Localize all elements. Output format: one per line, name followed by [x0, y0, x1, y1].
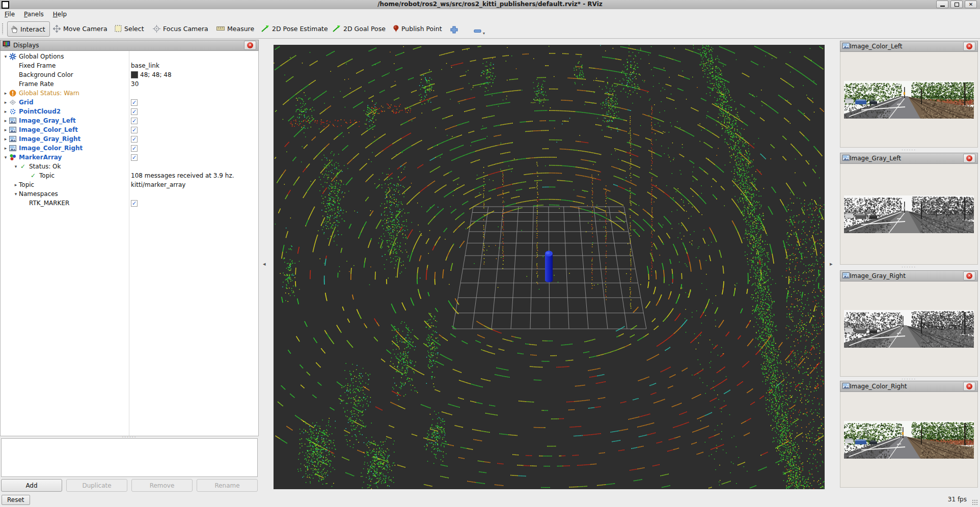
tree-row-background-color[interactable]: Background Color48; 48; 48: [1, 70, 258, 79]
enabled-checkbox[interactable]: ✓: [131, 145, 138, 152]
tree-row-image-gray-left[interactable]: ▸Image_Gray_Left✓: [1, 116, 258, 125]
tool-select[interactable]: Select: [115, 23, 144, 34]
move-icon: [53, 25, 61, 33]
panel-header-image-gray-right[interactable]: Image_Gray_Right✕: [840, 270, 978, 281]
tool-measure[interactable]: Measure: [216, 23, 254, 34]
tree-row-image-gray-right[interactable]: ▸Image_Gray_Right✓: [1, 134, 258, 144]
expander-down-icon[interactable]: ▾: [13, 164, 19, 169]
enabled-checkbox[interactable]: ✓: [131, 127, 138, 133]
expander-down-icon[interactable]: ▾: [13, 191, 19, 196]
panel-resize-handle[interactable]: ······: [840, 265, 978, 269]
add-button[interactable]: Add: [1, 479, 62, 492]
panel-resize-handle[interactable]: ······: [840, 148, 978, 152]
property-value[interactable]: 108 messages received at 3.9 hz.: [131, 172, 234, 179]
tree-row-label: Global Status: Warn: [19, 90, 79, 97]
enabled-checkbox[interactable]: ✓: [131, 118, 138, 124]
toolbar-grip[interactable]: [2, 23, 4, 34]
panel-body-image-color-right: [840, 392, 978, 488]
close-icon: ✕: [966, 155, 972, 161]
menu-item-help[interactable]: Help: [48, 10, 71, 18]
tree-row-label: PointCloud2: [19, 108, 61, 115]
tree-row-pointcloud2[interactable]: ▸PointCloud2✓: [1, 107, 258, 116]
tree-row-label: Image_Color_Right: [19, 145, 83, 152]
maximize-button[interactable]: [950, 1, 963, 8]
tree-row-global-options[interactable]: ▾Global Options: [1, 52, 258, 61]
pointcloud-icon: [9, 108, 17, 115]
menu-item-file[interactable]: File: [0, 10, 19, 18]
close-panel-button[interactable]: ✕: [963, 154, 975, 163]
close-window-button[interactable]: ✕: [965, 1, 977, 8]
enabled-checkbox[interactable]: ✓: [131, 154, 138, 161]
tree-row-image-color-left[interactable]: ▸Image_Color_Left✓: [1, 125, 258, 134]
panel-header-image-gray-left[interactable]: Image_Gray_Left✕: [840, 153, 978, 164]
enabled-checkbox[interactable]: ✓: [131, 108, 138, 115]
displays-panel-header[interactable]: Displays ✕: [0, 40, 259, 51]
property-value[interactable]: 48; 48; 48: [140, 71, 172, 78]
property-value[interactable]: kitti/marker_array: [131, 181, 185, 188]
expander-right-icon[interactable]: ▸: [3, 136, 9, 142]
tree-row-label-cell: ▾✓Status: Ok: [1, 163, 141, 170]
tree-row-topic[interactable]: ▸Topickitti/marker_array: [1, 180, 258, 189]
add-tool-button[interactable]: [450, 24, 458, 35]
property-value[interactable]: 30: [131, 80, 139, 88]
panel-title: Image_Gray_Right: [850, 272, 906, 279]
property-value[interactable]: base_link: [131, 62, 159, 69]
tree-row-markerarray[interactable]: ▾MarkerArray✓: [1, 153, 258, 162]
tree-row-value-cell: 30: [131, 80, 139, 88]
enabled-checkbox[interactable]: ✓: [131, 200, 138, 207]
close-panel-button[interactable]: ✕: [963, 382, 975, 391]
minimize-button[interactable]: [936, 1, 948, 8]
tree-row-frame-rate[interactable]: Frame Rate30: [1, 79, 258, 89]
tool-2d-goal-pose[interactable]: 2D Goal Pose: [333, 23, 386, 34]
tool-focus-camera[interactable]: Focus Camera: [153, 23, 208, 34]
expander-right-icon[interactable]: ▸: [3, 127, 9, 132]
tree-row-global-status-warn[interactable]: ▸Global Status: Warn: [1, 89, 258, 98]
expander-down-icon[interactable]: ▾: [3, 155, 9, 160]
close-panel-button[interactable]: ✕: [963, 42, 975, 51]
tree-row-label-cell: ▾Namespaces: [1, 190, 141, 198]
tree-row-image-color-right[interactable]: ▸Image_Color_Right✓: [1, 144, 258, 153]
collapse-right-panel-arrow[interactable]: ▸: [830, 261, 833, 267]
menu-item-panels[interactable]: Panels: [19, 10, 48, 18]
expander-right-icon[interactable]: ▸: [13, 182, 19, 187]
tree-row-topic[interactable]: ✓Topic108 messages received at 3.9 hz.: [1, 171, 258, 180]
tree-row-rtk-marker[interactable]: RTK_MARKER✓: [1, 199, 258, 208]
tool-2d-pose-estimate[interactable]: 2D Pose Estimate: [261, 23, 328, 34]
window-resize-grip[interactable]: [972, 499, 978, 505]
panel-resize-handle[interactable]: ······: [840, 377, 978, 381]
tool-interact[interactable]: Interact: [7, 21, 50, 37]
expander-right-icon[interactable]: ▸: [3, 91, 9, 96]
tree-row-status-ok[interactable]: ▾✓Status: Ok: [1, 162, 258, 171]
panel-title: Image_Gray_Left: [850, 155, 901, 162]
displays-panel: Displays ✕ ▾Global OptionsFixed Framebas…: [0, 40, 259, 492]
close-panel-button[interactable]: ✕: [963, 271, 975, 280]
enabled-checkbox[interactable]: ✓: [131, 136, 138, 143]
panel-header-image-color-left[interactable]: Image_Color_Left✕: [840, 41, 978, 52]
display-buttons-row: AddDuplicateRemoveRename: [1, 479, 258, 492]
image-icon: [842, 43, 850, 50]
color-swatch[interactable]: [131, 71, 138, 78]
enabled-checkbox[interactable]: ✓: [131, 99, 138, 106]
remove-tool-button[interactable]: [474, 26, 481, 36]
grid-icon: [9, 99, 17, 106]
expander-right-icon[interactable]: ▸: [3, 146, 9, 151]
tool-move-camera[interactable]: Move Camera: [53, 23, 107, 34]
select-box-icon: [115, 25, 122, 32]
expander-right-icon[interactable]: ▸: [3, 118, 9, 123]
collapse-left-panel-arrow[interactable]: ◂: [263, 261, 266, 267]
duplicate-button: Duplicate: [66, 479, 127, 492]
tool-publish-point[interactable]: Publish Point: [393, 23, 442, 34]
rviz-window: /home/robot/ros2_ws/src/ros2_kitti_publi…: [0, 0, 980, 507]
expander-right-icon[interactable]: ▸: [3, 100, 9, 105]
tree-row-label: Image_Gray_Left: [19, 117, 76, 124]
panel-header-image-color-right[interactable]: Image_Color_Right✕: [840, 381, 978, 392]
expander-down-icon[interactable]: ▾: [3, 54, 9, 59]
reset-button[interactable]: Reset: [2, 495, 30, 505]
tree-row-grid[interactable]: ▸Grid✓: [1, 98, 258, 107]
tree-row-fixed-frame[interactable]: Fixed Framebase_link: [1, 61, 258, 70]
tree-row-namespaces[interactable]: ▾Namespaces: [1, 189, 258, 199]
3d-viewport-canvas[interactable]: [274, 45, 825, 489]
expander-right-icon[interactable]: ▸: [3, 109, 9, 114]
close-displays-panel-button[interactable]: ✕: [244, 41, 256, 50]
toolbar-overflow-icon[interactable]: ▾: [483, 31, 485, 36]
